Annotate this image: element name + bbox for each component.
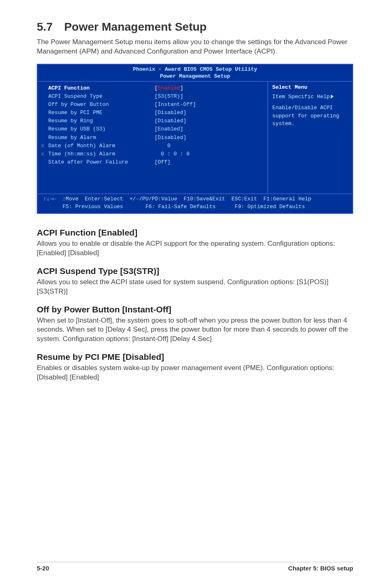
bios-row-label: ACPI Suspend Type bbox=[48, 92, 155, 101]
subsection-heading: Resume by PCI PME [Disabled] bbox=[37, 352, 353, 362]
bios-row-x: x bbox=[41, 142, 48, 150]
bios-row-x bbox=[41, 101, 48, 109]
bios-row-label: Date (of Month) Alarm bbox=[48, 142, 155, 150]
bios-row-x bbox=[41, 109, 48, 117]
section-number: 5.7 bbox=[37, 20, 53, 33]
bios-row-x bbox=[41, 134, 48, 142]
bios-header-line2: Power Management Setup bbox=[38, 73, 352, 80]
subsection-body: Enables or disables system wake-up by po… bbox=[37, 364, 353, 382]
bios-body: ACPI Function[Enabled]ACPI Suspend Type[… bbox=[38, 81, 352, 194]
page-footer: 5-20 Chapter 5: BIOS setup bbox=[37, 562, 353, 572]
section-heading: 5.7Power Management Setup bbox=[37, 20, 353, 34]
bios-help-text: Enable/Disable ACPI support for operatin… bbox=[272, 104, 350, 128]
bios-row-x bbox=[41, 84, 48, 92]
bios-row-x bbox=[41, 92, 48, 101]
bios-row-value: [Disabled] bbox=[155, 109, 264, 117]
bios-row-label: Resume by Ring bbox=[48, 117, 155, 125]
bios-item-help-label: Item Specific Help bbox=[272, 93, 350, 101]
arrow-right-icon bbox=[330, 94, 334, 100]
bios-row-value: [Off] bbox=[155, 158, 264, 166]
bios-row-label: Off by Power Button bbox=[48, 101, 155, 109]
bios-row-x bbox=[41, 125, 48, 133]
bios-row: State after Power Failure[Off] bbox=[41, 158, 264, 166]
bios-row-value: [Disabled] bbox=[155, 117, 264, 125]
bios-row-value: [Instant-Off] bbox=[155, 101, 264, 109]
intro-paragraph: The Power Management Setup menu items al… bbox=[37, 38, 353, 56]
bios-row-x bbox=[41, 117, 48, 125]
subsection-body: When set to [Instant-Off], the system go… bbox=[37, 316, 353, 344]
chapter-label: Chapter 5: BIOS setup bbox=[288, 565, 353, 572]
bios-row-label: Time (hh:mm:ss) Alarm bbox=[48, 150, 155, 158]
bios-left-pane: ACPI Function[Enabled]ACPI Suspend Type[… bbox=[38, 82, 267, 193]
bios-row-label: ACPI Function bbox=[48, 84, 155, 92]
bios-row: xDate (of Month) Alarm 0 bbox=[41, 142, 264, 150]
bios-row-value: [Enabled] bbox=[155, 125, 264, 133]
subsection-heading: ACPI Suspend Type [S3(STR)] bbox=[37, 266, 353, 276]
bios-row: Resume by Ring[Disabled] bbox=[41, 117, 264, 125]
bios-row-label: Resume by Alarm bbox=[48, 134, 155, 142]
bios-row: xTime (hh:mm:ss) Alarm 0 : 0 : 0 bbox=[41, 150, 264, 158]
bios-row-x: x bbox=[41, 150, 48, 158]
bios-row-value: [Disabled] bbox=[155, 134, 264, 142]
bios-row: Resume by USB (S3)[Enabled] bbox=[41, 125, 264, 133]
bios-select-menu: Select Menu bbox=[272, 84, 350, 90]
subsection-body: Allows you to enable or disable the ACPI… bbox=[37, 239, 353, 258]
page-number: 5-20 bbox=[37, 565, 49, 572]
bios-row: ACPI Function[Enabled] bbox=[41, 84, 264, 92]
section-title-text: Power Management Setup bbox=[64, 20, 207, 33]
bios-row-value: 0 : 0 : 0 bbox=[155, 150, 264, 158]
bios-screenshot: Phoenix - Award BIOS CMOS Setup Utility … bbox=[37, 64, 353, 214]
bios-row: ACPI Suspend Type[S3(STR)] bbox=[41, 92, 264, 101]
bios-row-label: Resume by PCI PME bbox=[48, 109, 155, 117]
bios-header: Phoenix - Award BIOS CMOS Setup Utility … bbox=[38, 65, 352, 81]
bios-footer-line1: ↑↓→← :Move Enter:Select +/-/PU/PD:Value … bbox=[43, 195, 348, 203]
bios-row-x bbox=[41, 158, 48, 166]
bios-row: Resume by Alarm[Disabled] bbox=[41, 134, 264, 142]
bios-right-pane: Select Menu Item Specific Help Enable/Di… bbox=[267, 82, 352, 193]
bios-footer-line2: F5: Previous Values F6: Fail-Safe Defaul… bbox=[43, 203, 348, 211]
subsection-heading: ACPI Function [Enabled] bbox=[37, 228, 353, 238]
bios-row: Resume by PCI PME[Disabled] bbox=[41, 109, 264, 117]
bios-row-value: [Enabled] bbox=[155, 84, 264, 92]
bios-row-value: [S3(STR)] bbox=[155, 92, 264, 101]
bios-footer: ↑↓→← :Move Enter:Select +/-/PU/PD:Value … bbox=[38, 194, 352, 213]
bios-row: Off by Power Button[Instant-Off] bbox=[41, 101, 264, 109]
bios-row-label: Resume by USB (S3) bbox=[48, 125, 155, 133]
bios-header-line1: Phoenix - Award BIOS CMOS Setup Utility bbox=[38, 66, 352, 73]
subsection-body: Allows you to select the ACPI state used… bbox=[37, 278, 353, 296]
bios-row-label: State after Power Failure bbox=[48, 158, 155, 166]
subsection-heading: Off by Power Button [Instant-Off] bbox=[37, 305, 353, 314]
bios-row-value: 0 bbox=[155, 142, 264, 150]
